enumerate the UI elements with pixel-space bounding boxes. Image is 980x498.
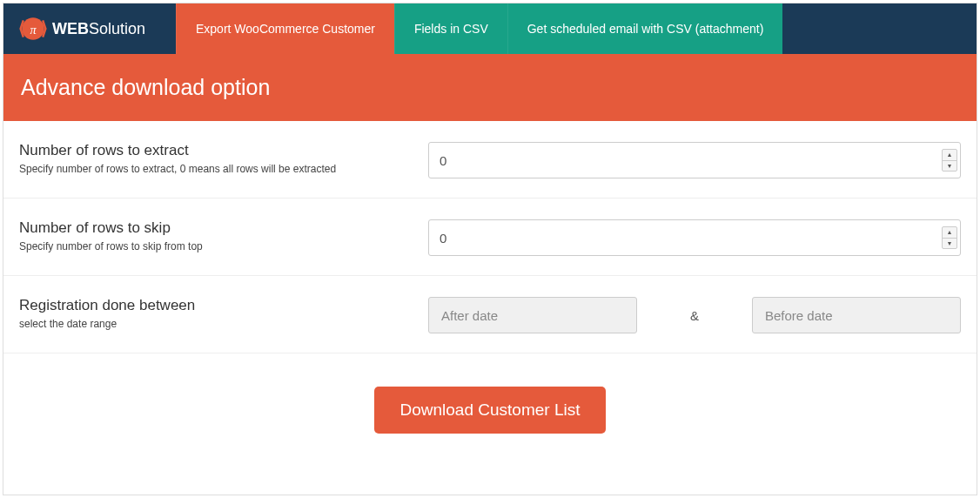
rows-extract-desc: Specify number of rows to extract, 0 mea… xyxy=(19,163,411,175)
rows-extract-spinner: ▲ ▼ xyxy=(942,149,957,172)
tab-export-customer[interactable]: Export WooCommerce Customer xyxy=(176,3,394,54)
nav-tabs: Export WooCommerce Customer Fields in CS… xyxy=(176,3,782,54)
rows-skip-label: Number of rows to skip xyxy=(19,219,411,237)
logo: π WEBSolution xyxy=(3,3,176,54)
logo-text: WEBSolution xyxy=(52,20,145,38)
rows-extract-control: ▲ ▼ xyxy=(428,142,961,178)
navbar: π WEBSolution Export WooCommerce Custome… xyxy=(3,3,977,54)
date-range-label-area: Registration done between select the dat… xyxy=(19,297,428,333)
rows-skip-spinner: ▲ ▼ xyxy=(942,226,957,249)
button-row: Download Customer List xyxy=(3,353,977,467)
rows-skip-control: ▲ ▼ xyxy=(428,219,961,256)
rows-skip-input[interactable] xyxy=(428,219,961,256)
rows-skip-label-area: Number of rows to skip Specify number of… xyxy=(19,219,428,256)
spinner-up-icon[interactable]: ▲ xyxy=(943,227,957,239)
rows-extract-label: Number of rows to extract xyxy=(19,142,411,159)
page-header: Advance download option xyxy=(3,54,977,121)
date-range-desc: select the date range xyxy=(19,318,411,330)
svg-text:π: π xyxy=(30,23,37,37)
tab-fields-csv[interactable]: Fields in CSV xyxy=(394,3,507,54)
spinner-down-icon[interactable]: ▼ xyxy=(943,161,957,172)
rows-extract-input[interactable] xyxy=(428,142,961,178)
download-button[interactable]: Download Customer List xyxy=(374,387,607,434)
rows-extract-label-area: Number of rows to extract Specify number… xyxy=(19,142,428,178)
page-title: Advance download option xyxy=(21,75,270,99)
tab-scheduled-email[interactable]: Get scheduled email with CSV (attachment… xyxy=(507,3,783,54)
date-range-control: & xyxy=(428,297,961,333)
date-range-label: Registration done between xyxy=(19,297,411,314)
after-date-input[interactable] xyxy=(428,297,637,333)
spinner-up-icon[interactable]: ▲ xyxy=(943,150,957,161)
form-section: Number of rows to extract Specify number… xyxy=(3,121,977,467)
spinner-down-icon[interactable]: ▼ xyxy=(943,239,957,249)
rows-skip-desc: Specify number of rows to skip from top xyxy=(19,240,411,252)
tab-label: Export WooCommerce Customer xyxy=(196,22,375,36)
before-date-input[interactable] xyxy=(752,297,961,333)
tab-label: Get scheduled email with CSV (attachment… xyxy=(527,22,764,36)
pi-logo-icon: π xyxy=(19,15,47,43)
rows-skip-row: Number of rows to skip Specify number of… xyxy=(3,199,977,276)
date-range-row: Registration done between select the dat… xyxy=(3,276,977,353)
tab-label: Fields in CSV xyxy=(414,22,488,36)
date-separator: & xyxy=(637,308,752,323)
rows-extract-row: Number of rows to extract Specify number… xyxy=(3,121,977,199)
